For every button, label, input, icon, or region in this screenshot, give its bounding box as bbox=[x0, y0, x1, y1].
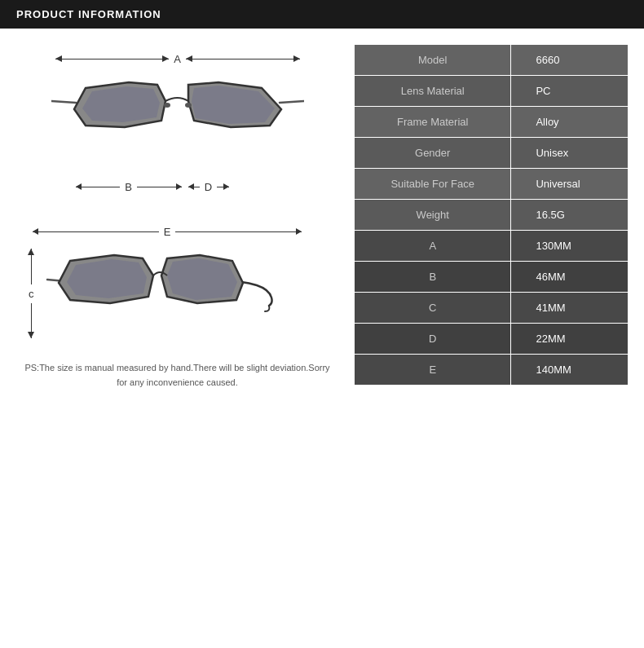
label-b: B bbox=[125, 181, 132, 193]
spec-value: PC bbox=[511, 76, 628, 107]
spec-value: 46MM bbox=[511, 262, 628, 293]
svg-point-7 bbox=[185, 103, 192, 108]
spec-row: Weight16.5G bbox=[355, 200, 628, 231]
spec-key: E bbox=[355, 355, 511, 386]
ps-note-text: PS:The size is manual measured by hand.T… bbox=[24, 363, 329, 387]
spec-value: 6660 bbox=[511, 45, 628, 76]
spec-row: Frame MaterialAlloy bbox=[355, 107, 628, 138]
svg-line-0 bbox=[51, 101, 76, 103]
svg-marker-3 bbox=[82, 86, 160, 122]
arrow-b-line2 bbox=[137, 187, 182, 187]
spec-key: C bbox=[355, 293, 511, 324]
spec-row: E140MM bbox=[355, 355, 628, 386]
arrow-a-line-left bbox=[55, 59, 170, 60]
spec-value: Universal bbox=[511, 169, 628, 200]
spec-key: A bbox=[355, 231, 511, 262]
svg-marker-10 bbox=[67, 259, 147, 298]
label-c: c bbox=[29, 288, 34, 300]
spec-key: Lens Material bbox=[355, 76, 511, 107]
diagram-side-view: E c bbox=[16, 226, 338, 338]
spec-row: B46MM bbox=[355, 262, 628, 293]
arrow-b: B bbox=[76, 181, 182, 193]
spec-key: B bbox=[355, 262, 511, 293]
spec-key: Weight bbox=[355, 200, 511, 231]
arrow-c-line-bottom bbox=[31, 303, 32, 339]
ps-note: PS:The size is manual measured by hand.T… bbox=[16, 361, 338, 390]
spec-key: Frame Material bbox=[355, 107, 511, 138]
svg-marker-12 bbox=[167, 258, 237, 300]
svg-line-1 bbox=[280, 101, 304, 103]
main-content: A bbox=[0, 29, 644, 646]
arrow-e-line-left bbox=[33, 231, 159, 232]
arrow-d: D bbox=[188, 181, 229, 193]
spec-value: 140MM bbox=[511, 355, 628, 386]
diagram-front-view: A bbox=[16, 53, 338, 193]
spec-value: Unisex bbox=[511, 138, 628, 169]
arrow-bd-row: B D bbox=[51, 181, 304, 193]
right-panel: Model6660Lens MaterialPCFrame MaterialAl… bbox=[355, 45, 628, 637]
arrow-b-line bbox=[76, 187, 121, 187]
sunglasses-front-svg bbox=[51, 70, 304, 176]
arrow-e-line-right bbox=[175, 231, 302, 232]
svg-point-6 bbox=[164, 103, 170, 108]
page-header: PRODUCT INFORMATION bbox=[0, 0, 644, 29]
page-title: PRODUCT INFORMATION bbox=[16, 8, 161, 20]
spec-value: 22MM bbox=[511, 324, 628, 355]
sunglasses-side-container: c bbox=[29, 245, 338, 338]
spec-value: Alloy bbox=[511, 107, 628, 138]
arrow-c-line-top bbox=[31, 249, 32, 284]
spec-row: D22MM bbox=[355, 324, 628, 355]
spec-row: Model6660 bbox=[355, 45, 628, 76]
spec-value: 130MM bbox=[511, 231, 628, 262]
arrow-a-row: A bbox=[55, 53, 300, 65]
spec-row: GenderUnisex bbox=[355, 138, 628, 169]
spec-value: 41MM bbox=[511, 293, 628, 324]
spec-row: Lens MaterialPC bbox=[355, 76, 628, 107]
sunglasses-side-svg bbox=[41, 245, 277, 338]
spec-row: A130MM bbox=[355, 231, 628, 262]
spec-row: C41MM bbox=[355, 293, 628, 324]
left-panel: A bbox=[16, 45, 338, 637]
specs-table: Model6660Lens MaterialPCFrame MaterialAl… bbox=[355, 45, 628, 386]
spec-key: Suitable For Face bbox=[355, 169, 511, 200]
label-d: D bbox=[205, 181, 212, 193]
arrow-c-vertical: c bbox=[29, 249, 34, 338]
label-a: A bbox=[174, 53, 181, 65]
spec-row: Suitable For FaceUniversal bbox=[355, 169, 628, 200]
spec-key: D bbox=[355, 324, 511, 355]
spec-key: Model bbox=[355, 45, 511, 76]
spec-key: Gender bbox=[355, 138, 511, 169]
spec-value: 16.5G bbox=[511, 200, 628, 231]
label-e: E bbox=[164, 226, 171, 238]
arrow-e-row: E bbox=[33, 226, 302, 238]
arrow-d-line2 bbox=[217, 187, 228, 187]
arrow-d-line bbox=[188, 187, 200, 187]
arrow-a-line-right bbox=[186, 59, 300, 60]
